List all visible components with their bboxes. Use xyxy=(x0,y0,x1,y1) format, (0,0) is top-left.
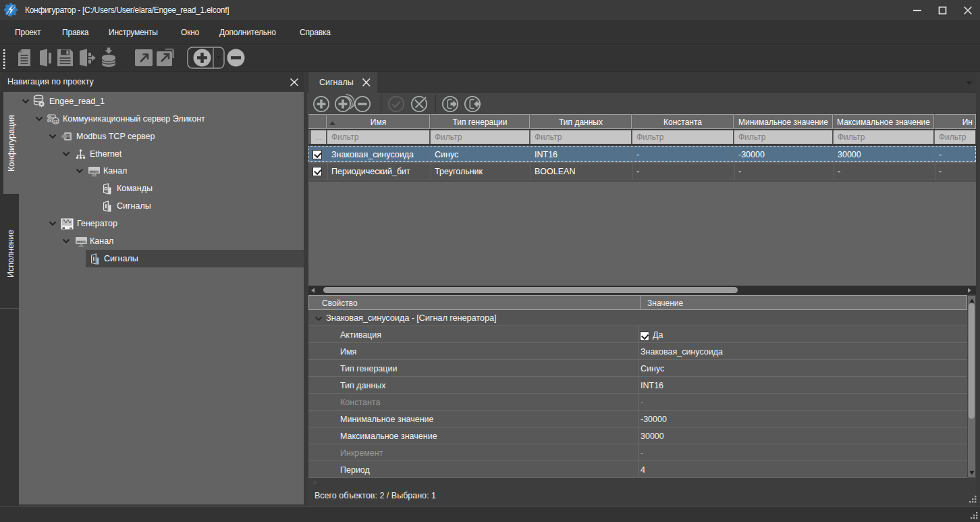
svg-text:cs: cs xyxy=(53,119,58,124)
